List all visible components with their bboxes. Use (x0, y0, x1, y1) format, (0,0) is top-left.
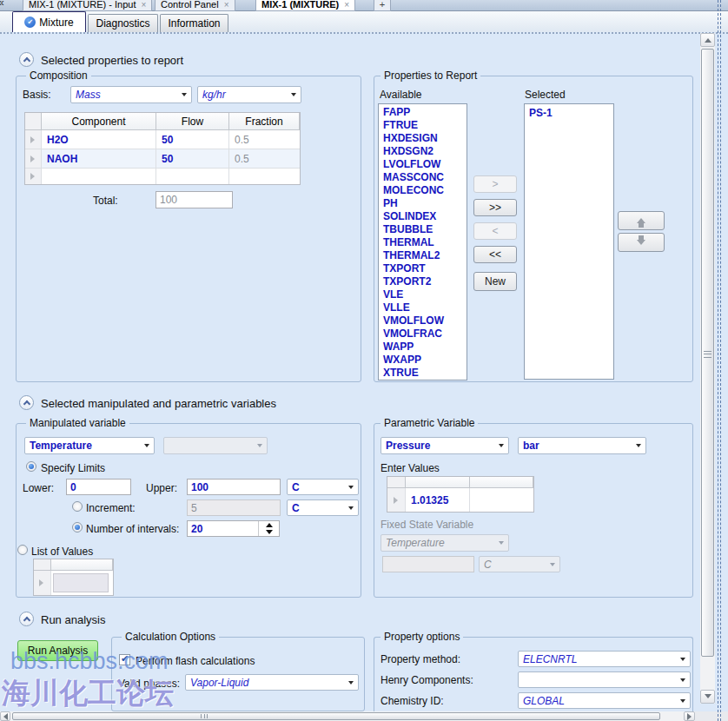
tab-information[interactable]: Information (160, 14, 228, 32)
close-icon[interactable]: × (224, 0, 229, 10)
component-cell[interactable] (42, 169, 156, 184)
watermark-forum-name: 海川化工论坛 (2, 674, 174, 713)
upper-field[interactable]: 100 (187, 479, 281, 495)
enter-values-label: Enter Values (381, 462, 440, 474)
list-item[interactable]: VLLE (379, 301, 467, 314)
list-item[interactable]: PH (379, 197, 467, 210)
list-item[interactable]: TBUBBLE (379, 223, 467, 236)
scroll-up-button[interactable] (700, 33, 715, 47)
form-tab-bar: ✔ Mixture Diagnostics Information (0, 11, 728, 32)
list-item[interactable]: PS-1 (525, 107, 613, 120)
doc-tab-mix1-input[interactable]: MIX-1 (MIXTURE) - Input × (23, 0, 152, 11)
component-cell[interactable]: H2O (42, 130, 156, 149)
intervals-radio[interactable] (72, 522, 83, 532)
list-item[interactable]: WAPP (379, 341, 467, 354)
list-item[interactable]: LVOLFLOW (379, 158, 467, 171)
flow-cell[interactable] (156, 169, 229, 184)
enter-values-table: 1.01325 (387, 476, 534, 513)
tab-overflow-left-icon[interactable]: « (0, 0, 4, 9)
list-item[interactable]: SOLINDEX (379, 210, 467, 223)
scroll-right-button[interactable] (684, 711, 695, 721)
scroll-left-button[interactable] (0, 711, 10, 721)
manipulated-variable-select[interactable]: Temperature (24, 437, 155, 454)
valid-phases-select[interactable]: Vapor-Liquid (185, 674, 359, 691)
parametric-variable-select[interactable]: Pressure (381, 437, 509, 454)
value-cell[interactable] (51, 571, 113, 595)
parametric-variable-value: Pressure (386, 440, 430, 452)
chevron-down-icon (680, 699, 685, 703)
tab-mixture[interactable]: ✔ Mixture (12, 11, 86, 32)
lower-field[interactable]: 0 (66, 479, 131, 495)
collapse-section-button[interactable] (19, 395, 34, 410)
table-row (34, 571, 113, 595)
move-down-button[interactable] (618, 233, 665, 252)
close-icon[interactable]: × (141, 0, 146, 10)
list-item[interactable]: XTRUE (379, 367, 467, 380)
list-item[interactable]: VMOLFLOW (379, 314, 467, 327)
intervals-stepper[interactable]: 20 (187, 520, 280, 537)
horizontal-scrollbar-thumb[interactable] (12, 712, 660, 720)
list-item[interactable]: HXDSGN2 (379, 145, 467, 158)
doc-tab-control-panel[interactable]: Control Panel × (155, 0, 235, 11)
list-item[interactable]: TXPORT2 (379, 275, 467, 288)
tab-diagnostics[interactable]: Diagnostics (88, 14, 158, 32)
upper-label: Upper: (146, 482, 177, 494)
row-selector[interactable] (387, 488, 406, 512)
list-item[interactable]: FAPP (379, 106, 467, 119)
available-listbox[interactable]: FAPP FTRUE HXDESIGN HXDSGN2 LVOLFLOW MAS… (378, 103, 467, 380)
collapse-section-button[interactable] (19, 612, 34, 626)
move-up-button[interactable] (618, 211, 665, 230)
row-selector[interactable] (25, 169, 42, 184)
chevron-up-icon (23, 57, 30, 64)
list-item[interactable]: THERMAL2 (379, 249, 467, 262)
fraction-cell[interactable]: 0.5 (229, 149, 300, 168)
chemistry-id-select[interactable]: GLOBAL (518, 692, 691, 709)
flow-cell[interactable]: 50 (156, 149, 229, 168)
spinner-down-button[interactable] (259, 529, 279, 537)
list-item[interactable]: TXPORT (379, 262, 467, 275)
table-row: NAOH 50 0.5 (25, 149, 300, 169)
list-of-values-radio[interactable] (17, 545, 28, 555)
row-selector[interactable] (25, 149, 42, 168)
selected-listbox[interactable]: PS-1 (524, 103, 614, 380)
component-cell[interactable]: NAOH (42, 149, 156, 168)
list-item[interactable]: MASSCONC (379, 171, 467, 184)
available-label: Available (380, 89, 421, 101)
increment-radio[interactable] (72, 501, 83, 512)
table-header-row: Component Flow Fraction (25, 113, 300, 130)
scroll-down-button[interactable] (700, 690, 715, 704)
henry-components-select[interactable] (518, 671, 691, 688)
parametric-unit-select[interactable]: bar (518, 437, 646, 454)
limits-unit-select[interactable]: C (287, 479, 359, 495)
fraction-cell[interactable] (229, 169, 300, 184)
property-method-select[interactable]: ELECNRTL (518, 651, 691, 667)
doc-tab-mix1[interactable]: MIX-1 (MIXTURE) × (255, 0, 355, 11)
list-item[interactable]: THERMAL (379, 236, 467, 249)
close-icon[interactable]: × (344, 0, 349, 10)
value-cell[interactable] (470, 488, 533, 512)
specify-limits-radio[interactable] (26, 461, 36, 472)
list-item[interactable]: HXDESIGN (379, 132, 467, 145)
move-all-right-button[interactable]: >> (473, 199, 517, 216)
row-selector[interactable] (25, 130, 42, 149)
flow-cell[interactable]: 50 (156, 130, 229, 149)
row-selector[interactable] (34, 571, 51, 595)
increment-unit-select[interactable]: C (287, 499, 359, 516)
new-tab-button[interactable]: + (374, 0, 391, 11)
total-label: Total: (93, 195, 118, 207)
basis-units-select[interactable]: kg/hr (197, 86, 301, 103)
tab-label: Diagnostics (96, 17, 149, 30)
spinner-up-button[interactable] (259, 521, 279, 529)
list-item[interactable]: VLE (379, 288, 467, 301)
list-item[interactable]: VMOLFRAC (379, 327, 467, 341)
value-cell[interactable]: 1.01325 (406, 488, 470, 512)
move-all-left-button[interactable]: << (473, 246, 517, 263)
collapse-section-button[interactable] (19, 52, 34, 67)
list-item[interactable]: WXAPP (379, 354, 467, 367)
fraction-cell[interactable]: 0.5 (229, 130, 300, 149)
basis-select[interactable]: Mass (70, 86, 192, 103)
list-item[interactable]: MOLECONC (379, 184, 467, 197)
group-label: Composition (26, 69, 91, 82)
list-item[interactable]: FTRUE (379, 119, 467, 132)
new-button[interactable]: New (473, 272, 517, 291)
